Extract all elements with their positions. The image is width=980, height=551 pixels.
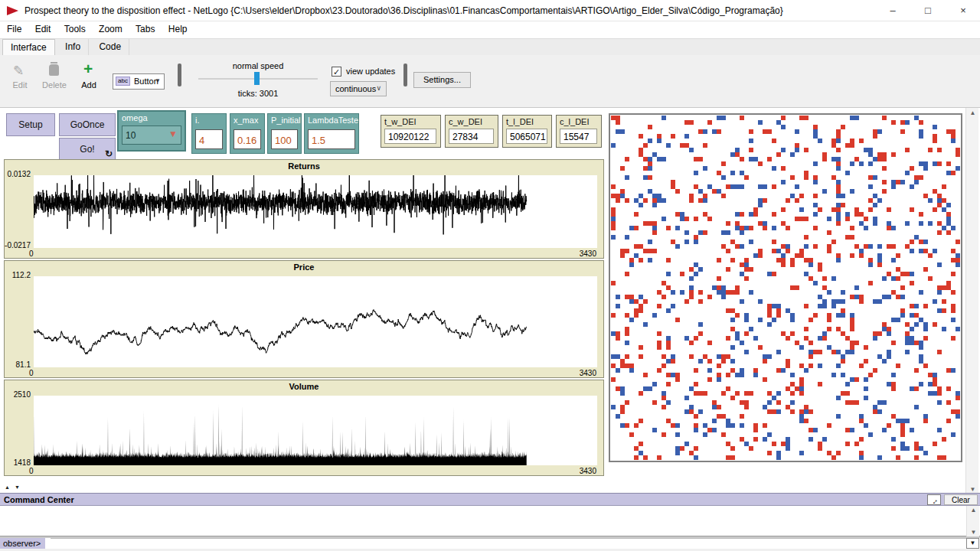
price-plot: Price 112.2 81.1 0 3430 xyxy=(4,260,604,378)
plot-title: Volume xyxy=(5,382,603,391)
ticks-counter: ticks: 3001 xyxy=(198,89,318,98)
monitor-value: 15547 xyxy=(560,129,597,144)
maximize-button[interactable]: □ xyxy=(910,0,946,21)
monitor-t-l-dei: t_l_DEI 5065071 xyxy=(502,115,552,148)
view-updates-label: view updates xyxy=(346,67,395,76)
update-mode-value: continuous xyxy=(335,84,376,93)
speed-slider-thumb[interactable] xyxy=(254,72,260,85)
menu-tools[interactable]: Tools xyxy=(59,21,91,38)
menu-file[interactable]: File xyxy=(2,21,27,38)
y-axis-min-label: 81.1 xyxy=(5,360,31,369)
x-axis-max-label: 3430 xyxy=(580,249,596,258)
input-value-field[interactable]: 1.5 xyxy=(308,129,355,149)
window-title: Prospect theory to the disposition effec… xyxy=(24,5,783,16)
command-center-header: Command Center ↔ Clear xyxy=(0,493,980,506)
monitor-t-w-dei: t_w_DEI 10920122 xyxy=(381,115,441,148)
chooser-value-box[interactable]: 10 ▼ xyxy=(122,126,181,145)
world-view[interactable] xyxy=(609,113,962,462)
scroll-up-icon[interactable]: ▲ xyxy=(966,109,979,116)
menu-help[interactable]: Help xyxy=(163,21,193,38)
plot-title: Returns xyxy=(5,161,603,171)
world-view-canvas[interactable] xyxy=(611,116,960,460)
monitor-c-w-dei: c_w_DEI 27834 xyxy=(445,115,498,148)
interface-vertical-scrollbar[interactable]: ▲ ▼ xyxy=(965,108,978,494)
input-p-initial[interactable]: P_initial 100 xyxy=(267,113,302,154)
add-plus-icon[interactable]: + xyxy=(83,60,93,78)
scroll-down-icon[interactable]: ▼ xyxy=(967,529,980,536)
x-axis-max-label: 3430 xyxy=(580,369,596,377)
forever-loop-icon: ↻ xyxy=(105,148,113,159)
command-center-splitter[interactable]: ▲ ▼ xyxy=(5,484,28,492)
tab-info[interactable]: Info xyxy=(57,39,89,56)
input-i[interactable]: i. 4 xyxy=(191,113,227,154)
omega-chooser[interactable]: omega 10 ▼ xyxy=(117,110,186,152)
button-widget-icon: abc xyxy=(116,77,130,86)
monitor-value: 27834 xyxy=(449,129,494,144)
plot-title: Price xyxy=(5,262,603,272)
input-label: P_initial xyxy=(271,116,301,125)
price-plot-canvas xyxy=(34,276,597,367)
delete-trash-icon[interactable] xyxy=(49,64,59,76)
command-input-row: observer> ▼ xyxy=(0,538,980,549)
close-button[interactable]: × xyxy=(946,0,980,21)
monitor-label: t_w_DEI xyxy=(384,117,416,126)
input-value-field[interactable]: 100 xyxy=(271,129,298,149)
splitter-down-icon[interactable]: ▼ xyxy=(15,484,21,490)
command-input[interactable] xyxy=(51,538,966,549)
add-button-label[interactable]: Add xyxy=(77,80,100,90)
go-once-button[interactable]: GoOnce xyxy=(59,113,116,136)
input-x-max[interactable]: x_max 0.16 xyxy=(230,113,265,154)
input-value-field[interactable]: 0.16 xyxy=(234,129,261,149)
history-dropdown-icon[interactable]: ▼ xyxy=(966,538,979,549)
input-lambda-teste[interactable]: LambdaTeste 1.5 xyxy=(304,113,359,154)
input-label: LambdaTeste xyxy=(308,116,358,125)
tab-interface[interactable]: Interface xyxy=(2,39,55,56)
returns-plot: Returns 0.0132 -0.0217 0 3430 xyxy=(4,159,604,259)
edit-button-label[interactable]: Edit xyxy=(8,80,31,90)
volume-plot-canvas xyxy=(34,396,597,465)
netlogo-window: Prospect theory to the disposition effec… xyxy=(0,0,980,551)
chooser-dropdown-icon: ▼ xyxy=(168,129,178,139)
speed-slider-label: normal speed xyxy=(198,61,318,70)
update-mode-dropdown[interactable]: continuous ∨ xyxy=(330,81,387,96)
edit-pencil-icon[interactable]: ✎ xyxy=(13,63,24,79)
y-axis-min-label: 1418 xyxy=(5,458,31,467)
y-axis-max-label: 0.0132 xyxy=(5,170,31,178)
command-center-expand-button[interactable]: ↔ xyxy=(927,494,941,505)
x-axis-min-label: 0 xyxy=(29,369,34,377)
scroll-up-icon[interactable]: ▲ xyxy=(967,507,980,514)
tab-code[interactable]: Code xyxy=(91,39,129,56)
view-updates-checkbox[interactable]: ✓ xyxy=(332,67,341,77)
command-center-output[interactable]: ▲ ▼ xyxy=(0,506,980,536)
netlogo-logo-icon xyxy=(7,6,18,15)
clear-button[interactable]: Clear xyxy=(944,494,978,505)
volume-plot: Volume 2510 1418 0 3430 xyxy=(4,380,604,476)
minimize-button[interactable]: – xyxy=(875,0,910,21)
delete-button-label[interactable]: Delete xyxy=(41,80,68,90)
monitor-label: t_l_DEI xyxy=(506,117,534,126)
tab-bar: Interface Info Code xyxy=(0,38,980,55)
setup-button[interactable]: Setup xyxy=(6,113,55,136)
monitor-value: 10920122 xyxy=(384,129,436,144)
chooser-value: 10 xyxy=(126,130,136,141)
toolbar: ✎ Edit Delete + Add abc Button ▼ normal … xyxy=(0,55,980,107)
x-axis-min-label: 0 xyxy=(29,467,34,475)
menu-edit[interactable]: Edit xyxy=(30,21,57,38)
splitter-up-icon[interactable]: ▲ xyxy=(5,484,11,490)
menu-bar: File Edit Tools Zoom Tabs Help xyxy=(0,21,980,38)
observer-prompt: observer> xyxy=(0,538,45,549)
input-value-field[interactable]: 4 xyxy=(195,129,223,149)
monitor-label: c_l_DEI xyxy=(560,117,590,126)
y-axis-min-label: -0.0217 xyxy=(5,241,31,249)
menu-tabs[interactable]: Tabs xyxy=(130,21,160,38)
scroll-down-icon[interactable]: ▼ xyxy=(966,486,979,493)
y-axis-max-label: 112.2 xyxy=(5,271,31,279)
settings-button[interactable]: Settings... xyxy=(413,72,471,88)
menu-zoom[interactable]: Zoom xyxy=(93,21,128,38)
widget-type-dropdown[interactable]: abc Button ▼ xyxy=(113,73,165,90)
toolbar-separator xyxy=(178,64,181,86)
input-label: i. xyxy=(195,116,200,125)
output-scrollbar[interactable]: ▲ ▼ xyxy=(966,506,979,536)
chooser-label: omega xyxy=(122,113,148,122)
go-forever-button[interactable]: Go! ↻ xyxy=(59,138,116,161)
